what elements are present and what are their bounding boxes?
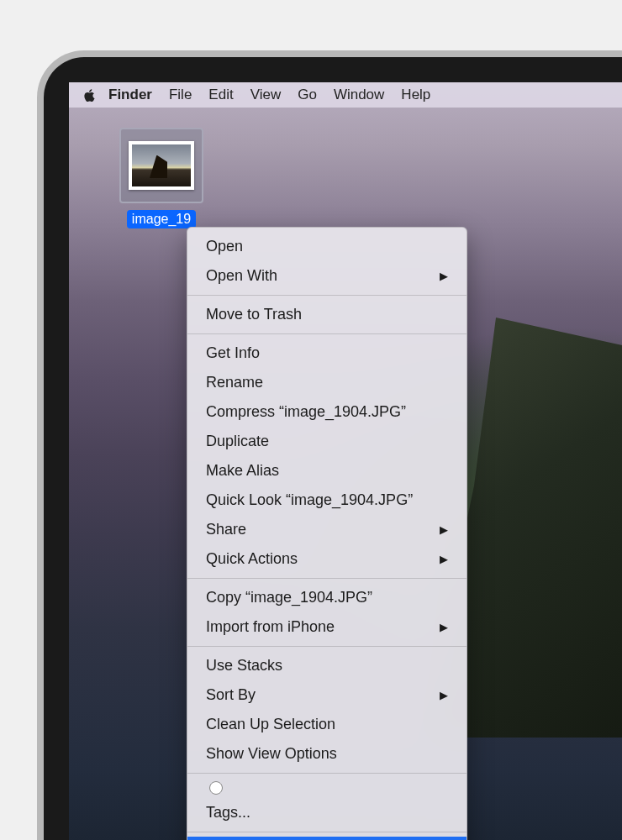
menu-item-open[interactable]: Open <box>187 232 466 261</box>
menu-item-label: Use Stacks <box>206 654 282 677</box>
file-label[interactable]: image_19 <box>127 210 196 228</box>
menu-item-label: Tags... <box>206 801 250 824</box>
menu-separator <box>187 773 466 774</box>
menu-item-duplicate[interactable]: Duplicate <box>187 427 466 456</box>
menu-item-label: Share <box>206 518 246 541</box>
menubar-item-go[interactable]: Go <box>289 87 325 103</box>
menu-item-label: Make Alias <box>206 459 279 482</box>
submenu-arrow-icon: ▶ <box>440 268 448 285</box>
menu-item-label: Clean Up Selection <box>206 713 335 736</box>
menu-item-label: Open <box>206 235 243 258</box>
menu-separator <box>187 832 466 832</box>
menu-item-label: Sort By <box>206 684 256 706</box>
file-thumbnail-image <box>132 144 191 186</box>
file-thumbnail-frame <box>129 141 194 190</box>
submenu-arrow-icon: ▶ <box>440 619 448 636</box>
menu-item-label: Open With <box>206 265 277 287</box>
file-thumbnail-selection <box>119 128 203 203</box>
menu-separator <box>187 646 466 647</box>
menu-item-label: Copy “image_1904.JPG” <box>206 586 372 609</box>
submenu-arrow-icon: ▶ <box>440 551 448 568</box>
menu-item-copy[interactable]: Copy “image_1904.JPG” <box>187 583 466 612</box>
menubar-item-view[interactable]: View <box>242 87 290 103</box>
menu-item-sort-by[interactable]: Sort By▶ <box>187 680 466 710</box>
desktop-screen[interactable]: Finder File Edit View Go Window Help ima… <box>69 82 622 840</box>
menu-item-label: Duplicate <box>206 430 269 453</box>
menu-item-quick-look[interactable]: Quick Look “image_1904.JPG” <box>187 486 466 515</box>
menu-item-tag-color-row[interactable] <box>187 778 466 798</box>
desktop-file-icon[interactable]: image_19 <box>111 128 212 232</box>
tag-color-none-icon[interactable] <box>209 781 223 795</box>
menu-item-clean-up-selection[interactable]: Clean Up Selection <box>187 710 466 739</box>
menubar-item-edit[interactable]: Edit <box>200 87 241 103</box>
menu-item-move-to-trash[interactable]: Move to Trash <box>187 300 466 329</box>
menu-item-label: Quick Actions <box>206 548 298 570</box>
menu-item-compress[interactable]: Compress “image_1904.JPG” <box>187 397 466 427</box>
menu-item-label: Rename <box>206 371 263 394</box>
menu-separator <box>187 578 466 579</box>
submenu-arrow-icon: ▶ <box>440 522 448 538</box>
menu-item-import-from-iphone[interactable]: Import from iPhone▶ <box>187 612 466 642</box>
context-menu: Open Open With▶ Move to Trash Get Info R… <box>187 227 467 840</box>
menubar-item-file[interactable]: File <box>161 87 200 103</box>
menu-item-label: Import from iPhone <box>206 616 335 638</box>
menu-item-open-with[interactable]: Open With▶ <box>187 261 466 291</box>
menubar: Finder File Edit View Go Window Help <box>69 82 622 108</box>
menu-separator <box>187 295 466 296</box>
submenu-arrow-icon: ▶ <box>440 687 448 704</box>
menu-item-use-stacks[interactable]: Use Stacks <box>187 651 466 680</box>
apple-menu-icon[interactable] <box>82 88 97 102</box>
menu-separator <box>187 333 466 334</box>
menu-item-label: Show View Options <box>206 743 337 765</box>
menu-item-share[interactable]: Share▶ <box>187 515 466 544</box>
menu-item-show-view-options[interactable]: Show View Options <box>187 739 466 769</box>
menubar-app-name[interactable]: Finder <box>108 87 161 103</box>
device-frame: Finder File Edit View Go Window Help ima… <box>44 57 622 840</box>
menu-item-tags[interactable]: Tags... <box>187 798 466 827</box>
menu-item-label: Move to Trash <box>206 303 302 326</box>
menu-item-make-alias[interactable]: Make Alias <box>187 456 466 486</box>
menubar-item-help[interactable]: Help <box>393 87 439 103</box>
menu-item-label: Quick Look “image_1904.JPG” <box>206 489 413 512</box>
menu-item-label: Compress “image_1904.JPG” <box>206 401 406 423</box>
menu-item-quick-actions[interactable]: Quick Actions▶ <box>187 544 466 574</box>
menu-item-get-info[interactable]: Get Info <box>187 339 466 368</box>
menu-item-label: Get Info <box>206 342 260 365</box>
menu-item-rename[interactable]: Rename <box>187 368 466 397</box>
menubar-item-window[interactable]: Window <box>325 87 393 103</box>
menu-item-set-desktop-picture[interactable]: Set Desktop Picture <box>187 837 466 840</box>
